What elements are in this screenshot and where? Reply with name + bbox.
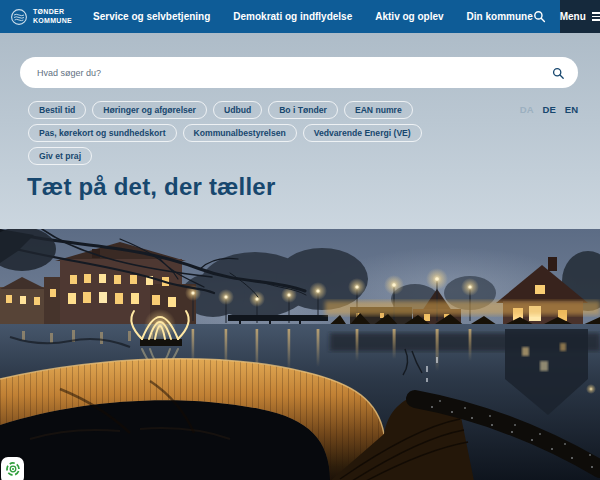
nav-item-din-kommune[interactable]: Din kommune — [467, 11, 533, 22]
language-switcher: DA DE EN — [520, 104, 578, 115]
tag-horinger[interactable]: Høringer og afgørelser — [92, 101, 207, 119]
nav-item-aktiv[interactable]: Aktiv og oplev — [375, 11, 443, 22]
hamburger-icon — [592, 12, 600, 21]
search-icon[interactable] — [533, 10, 546, 24]
quick-link-tags: Bestil tid Høringer og afgørelser Udbud … — [28, 101, 468, 165]
municipal-seal-icon — [10, 8, 28, 26]
tag-pas-korekort[interactable]: Pas, kørekort og sundhedskort — [28, 124, 177, 142]
menu-label: Menu — [560, 11, 586, 22]
brand-logo[interactable]: TØNDER KOMMUNE — [10, 8, 72, 26]
tag-bestil-tid[interactable]: Bestil tid — [28, 101, 86, 119]
site-search — [20, 57, 578, 88]
search-submit-icon[interactable] — [552, 66, 565, 79]
tag-kommunalbestyrelsen[interactable]: Kommunalbestyrelsen — [183, 124, 297, 142]
lang-da[interactable]: DA — [520, 104, 534, 115]
lang-de[interactable]: DE — [543, 104, 556, 115]
tag-giv-et-praj[interactable]: Giv et praj — [28, 147, 92, 165]
nav-item-service[interactable]: Service og selvbetjening — [93, 11, 210, 22]
tag-bo-i-tonder[interactable]: Bo i Tønder — [268, 101, 338, 119]
tag-ean-numre[interactable]: EAN numre — [344, 101, 413, 119]
accessibility-widget-icon — [5, 461, 21, 477]
brand-line1: TØNDER — [33, 8, 72, 16]
lang-en[interactable]: EN — [565, 104, 578, 115]
accessibility-widget-button[interactable] — [1, 457, 24, 480]
hero-photo — [0, 229, 600, 480]
hero-search-section: Bestil tid Høringer og afgørelser Udbud … — [0, 33, 600, 229]
main-nav: Service og selvbetjening Demokrati og in… — [93, 11, 533, 22]
brand-line2: KOMMUNE — [33, 17, 72, 25]
tag-udbud[interactable]: Udbud — [213, 101, 262, 119]
search-input[interactable] — [20, 68, 552, 78]
tag-vedvarende-energi[interactable]: Vedvarende Energi (VE) — [303, 124, 422, 142]
menu-button[interactable]: Menu — [560, 0, 600, 33]
tonder-kommune-homepage: TØNDER KOMMUNE Service og selvbetjening … — [0, 0, 600, 480]
page-title: Tæt på det, der tæller — [27, 173, 275, 201]
nav-item-demokrati[interactable]: Demokrati og indflydelse — [233, 11, 352, 22]
top-navigation-bar: TØNDER KOMMUNE Service og selvbetjening … — [0, 0, 600, 33]
light-streak — [325, 301, 600, 315]
